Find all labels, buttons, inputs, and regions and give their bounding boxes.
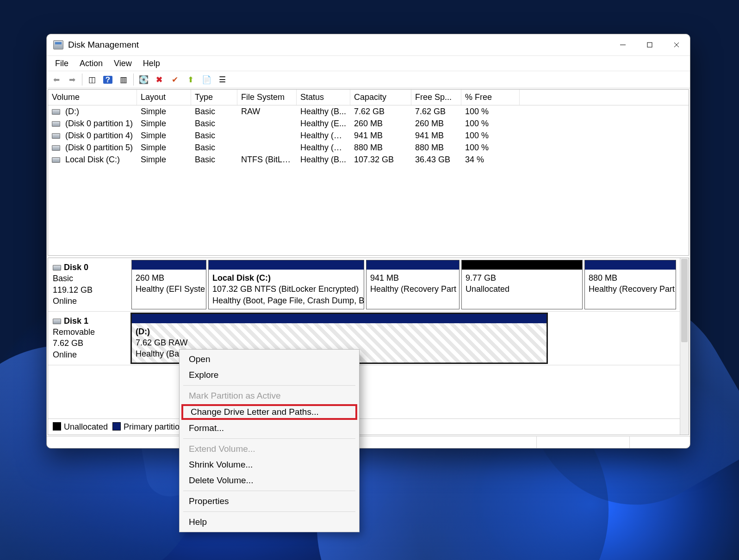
list-settings-button[interactable]: ☰ <box>215 73 229 86</box>
window-title: Disk Management <box>68 40 139 50</box>
disk-row-0: Disk 0 Basic 119.12 GB Online 260 MBHeal… <box>48 258 689 312</box>
volume-icon <box>52 121 60 127</box>
column-headers: Volume Layout Type File System Status Ca… <box>48 90 689 105</box>
view-settings-button[interactable]: ▥ <box>117 73 130 86</box>
legend-unallocated: Unallocated <box>53 422 108 432</box>
disk-icon <box>53 265 61 271</box>
delete-button[interactable]: ✖ <box>152 73 166 86</box>
action-panel-icon: 📄 <box>202 76 211 84</box>
menu-help[interactable]: Help <box>137 58 166 69</box>
app-icon <box>53 40 63 49</box>
disk1-label[interactable]: Disk 1 Removable 7.62 GB Online <box>48 312 130 365</box>
new-volume-button[interactable]: ⬆ <box>184 73 198 86</box>
properties-button[interactable]: ✔ <box>168 73 182 86</box>
menubar: File Action View Help <box>47 56 690 71</box>
unallocated-swatch-icon <box>53 422 61 431</box>
help-icon: ? <box>103 76 112 84</box>
partition-stripe <box>366 260 459 270</box>
toolbar: ⬅ ➡ ◫ ? ▥ 💽 ✖ ✔ ⬆ 📄 ☰ <box>47 71 690 88</box>
col-type[interactable]: Type <box>191 90 237 105</box>
menu-action[interactable]: Action <box>74 58 108 69</box>
menu-file[interactable]: File <box>50 58 74 69</box>
legend: Unallocated Primary partition <box>48 418 680 435</box>
maximize-button[interactable] <box>636 34 663 55</box>
volume-row[interactable]: (Disk 0 partition 4)SimpleBasicHealthy (… <box>48 129 689 142</box>
partition-stripe <box>209 260 364 270</box>
svg-rect-1 <box>647 43 652 47</box>
minimize-button[interactable] <box>609 34 636 55</box>
volume-row[interactable]: (D:)SimpleBasicRAWHealthy (B...7.62 GB7.… <box>48 105 689 117</box>
forward-button[interactable]: ➡ <box>65 73 79 86</box>
close-button[interactable] <box>663 34 690 55</box>
volume-row[interactable]: Local Disk (C:)SimpleBasicNTFS (BitLo...… <box>48 154 689 166</box>
col-capacity[interactable]: Capacity <box>350 90 411 105</box>
disk-icon <box>53 319 61 324</box>
menu-view[interactable]: View <box>108 58 137 69</box>
statusbar <box>47 436 690 448</box>
context-menu-item[interactable]: Delete Volume... <box>180 473 359 488</box>
partition-block[interactable]: Local Disk (C:)107.32 GB NTFS (BitLocker… <box>208 260 364 309</box>
disk0-label[interactable]: Disk 0 Basic 119.12 GB Online <box>48 258 130 311</box>
context-menu-item[interactable]: Change Drive Letter and Paths... <box>181 404 357 420</box>
context-menu-item: Extend Volume... <box>180 441 359 457</box>
volume-row[interactable]: (Disk 0 partition 5)SimpleBasicHealthy (… <box>48 142 689 154</box>
volume-icon <box>52 133 60 139</box>
partition-block[interactable]: 941 MBHealthy (Recovery Part <box>366 260 460 309</box>
col-status[interactable]: Status <box>297 90 350 105</box>
partition-stripe <box>132 260 206 270</box>
col-free[interactable]: Free Sp... <box>411 90 461 105</box>
titlebar[interactable]: Disk Management <box>47 34 690 56</box>
partition-stripe <box>132 314 546 323</box>
context-menu-item[interactable]: Format... <box>180 420 359 436</box>
volume-list[interactable]: Volume Layout Type File System Status Ca… <box>48 89 689 256</box>
rescan-disks-button[interactable]: 💽 <box>137 73 150 86</box>
list-icon: ☰ <box>219 76 226 84</box>
col-pctfree[interactable]: % Free <box>461 90 520 105</box>
disk-row-1: Disk 1 Removable 7.62 GB Online (D:)7.62… <box>48 312 689 365</box>
scrollbar-thumb[interactable] <box>681 259 688 342</box>
vertical-scrollbar[interactable] <box>680 258 689 435</box>
disk-graphical-view: Disk 0 Basic 119.12 GB Online 260 MBHeal… <box>48 258 689 435</box>
back-button[interactable]: ⬅ <box>50 73 63 86</box>
context-menu-item[interactable]: Shrink Volume... <box>180 457 359 473</box>
disk-scan-icon: 💽 <box>139 76 149 84</box>
context-menu-item[interactable]: Properties <box>180 493 359 509</box>
show-hide-console-button[interactable]: ◫ <box>85 73 99 86</box>
volume-row[interactable]: (Disk 0 partition 1)SimpleBasicHealthy (… <box>48 117 689 129</box>
volume-icon <box>52 109 60 115</box>
context-menu-item: Mark Partition as Active <box>180 388 359 404</box>
menu-separator <box>183 511 355 512</box>
disk-management-window: Disk Management File Action View Help ⬅ … <box>46 34 690 449</box>
primary-swatch-icon <box>112 422 121 431</box>
volume-icon <box>52 157 60 163</box>
partition-block[interactable]: 9.77 GBUnallocated <box>461 260 583 309</box>
legend-primary: Primary partition <box>112 422 184 432</box>
menu-separator <box>183 491 355 491</box>
settings-panel-icon: ▥ <box>120 76 127 84</box>
check-icon: ✔ <box>172 76 178 84</box>
panel-icon: ◫ <box>88 76 96 84</box>
arrow-left-icon: ⬅ <box>53 76 60 84</box>
arrow-right-icon: ➡ <box>69 76 75 84</box>
col-filesystem[interactable]: File System <box>237 90 297 105</box>
partition-stripe <box>585 260 676 270</box>
partition-stripe <box>462 260 582 270</box>
action-button[interactable]: 📄 <box>199 73 213 86</box>
context-menu-item[interactable]: Explore <box>180 367 359 383</box>
delete-x-icon: ✖ <box>156 76 162 84</box>
partition-block[interactable]: 260 MBHealthy (EFI Syste <box>131 260 206 309</box>
col-volume[interactable]: Volume <box>48 90 137 105</box>
new-icon: ⬆ <box>187 76 194 84</box>
context-menu-item[interactable]: Open <box>180 351 359 367</box>
partition-context-menu: OpenExploreMark Partition as ActiveChang… <box>179 349 360 532</box>
col-layout[interactable]: Layout <box>137 90 191 105</box>
context-menu-item[interactable]: Help <box>180 514 359 530</box>
volume-icon <box>52 145 60 151</box>
help-button[interactable]: ? <box>101 73 115 86</box>
menu-separator <box>183 385 355 386</box>
menu-separator <box>183 438 355 439</box>
partition-block[interactable]: 880 MBHealthy (Recovery Part <box>584 260 676 309</box>
